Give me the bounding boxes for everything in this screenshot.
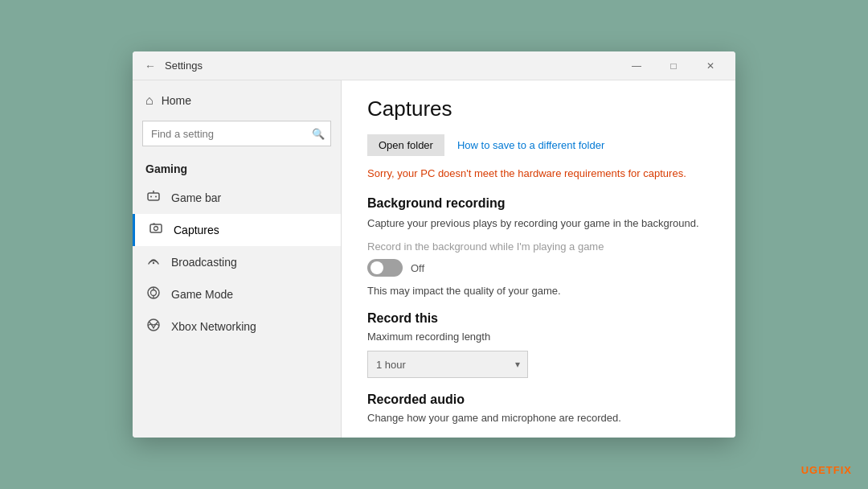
open-folder-button[interactable]: Open folder	[367, 134, 444, 156]
sidebar-item-label-xbox-networking: Xbox Networking	[171, 320, 256, 333]
how-to-save-link[interactable]: How to save to a different folder	[457, 139, 604, 151]
watermark: UGETFIX	[801, 464, 852, 476]
sidebar-item-label-game-mode: Game Mode	[171, 288, 233, 301]
svg-point-7	[153, 262, 154, 264]
sidebar-item-label-captures: Captures	[174, 224, 219, 236]
settings-window: ← Settings — □ ✕ ⌂ Home 🔍 Gaming	[133, 51, 735, 438]
home-icon: ⌂	[145, 93, 154, 108]
search-icon: 🔍	[312, 128, 325, 140]
svg-point-2	[150, 196, 152, 198]
sidebar-search-container: 🔍	[142, 121, 331, 146]
watermark-suffix: FIX	[833, 464, 852, 476]
sidebar-item-label-broadcasting: Broadcasting	[171, 256, 237, 269]
sidebar-home[interactable]: ⌂ Home	[133, 87, 341, 114]
recording-length-select[interactable]: 30 minutes 1 hour 2 hours 4 hours	[367, 351, 528, 378]
svg-rect-4	[150, 224, 162, 232]
recorded-audio-title: Recorded audio	[367, 392, 710, 407]
svg-rect-0	[148, 193, 159, 200]
search-input[interactable]	[142, 121, 331, 146]
toggle-state-label: Off	[411, 262, 424, 274]
sidebar: ⌂ Home 🔍 Gaming Game bar	[133, 80, 342, 438]
titlebar: ← Settings — □ ✕	[133, 51, 735, 80]
broadcasting-icon	[145, 253, 162, 271]
sidebar-section-title: Gaming	[133, 153, 341, 182]
svg-rect-6	[153, 224, 155, 225]
toggle-label-muted: Record in the background while I'm playi…	[367, 240, 710, 253]
captures-icon	[148, 221, 164, 239]
recording-length-select-wrap: 30 minutes 1 hour 2 hours 4 hours ▾	[367, 351, 528, 378]
background-recording-title: Background recording	[367, 196, 710, 211]
window-controls: — □ ✕	[618, 51, 729, 80]
recorded-audio-desc: Change how your game and microphone are …	[367, 412, 710, 424]
sidebar-item-game-bar[interactable]: Game bar	[133, 182, 341, 214]
content-area: ⌂ Home 🔍 Gaming Game bar	[133, 80, 735, 438]
svg-point-3	[155, 196, 157, 198]
game-mode-icon	[145, 286, 162, 303]
game-bar-icon	[145, 189, 162, 207]
main-content: Captures Open folder How to save to a di…	[342, 80, 735, 438]
watermark-prefix: UGET	[801, 464, 833, 476]
folder-action-row: Open folder How to save to a different f…	[367, 134, 710, 156]
hardware-error-text: Sorry, your PC doesn't meet the hardware…	[367, 166, 710, 182]
toggle-knob	[371, 261, 383, 274]
record-this-title: Record this	[367, 311, 710, 326]
sidebar-item-game-mode[interactable]: Game Mode	[133, 278, 341, 310]
page-title: Captures	[367, 97, 710, 121]
minimize-button[interactable]: —	[618, 51, 655, 80]
window-title: Settings	[165, 60, 203, 72]
sidebar-home-label: Home	[162, 94, 191, 107]
background-recording-toggle-row: Off	[367, 259, 710, 277]
sidebar-item-captures[interactable]: Captures	[133, 214, 341, 246]
record-this-desc: Maximum recording length	[367, 331, 710, 343]
toggle-note: This may impact the quality of your game…	[367, 285, 710, 297]
maximize-button[interactable]: □	[655, 51, 692, 80]
svg-point-9	[151, 290, 157, 296]
back-button[interactable]: ←	[139, 55, 162, 77]
sidebar-item-xbox-networking[interactable]: Xbox Networking	[133, 310, 341, 343]
close-button[interactable]: ✕	[692, 51, 729, 80]
background-recording-toggle[interactable]	[367, 259, 403, 277]
xbox-icon	[145, 318, 162, 335]
sidebar-item-broadcasting[interactable]: Broadcasting	[133, 246, 341, 278]
svg-point-5	[154, 227, 158, 231]
background-recording-desc: Capture your previous plays by recording…	[367, 216, 710, 232]
sidebar-item-label-game-bar: Game bar	[171, 191, 221, 204]
